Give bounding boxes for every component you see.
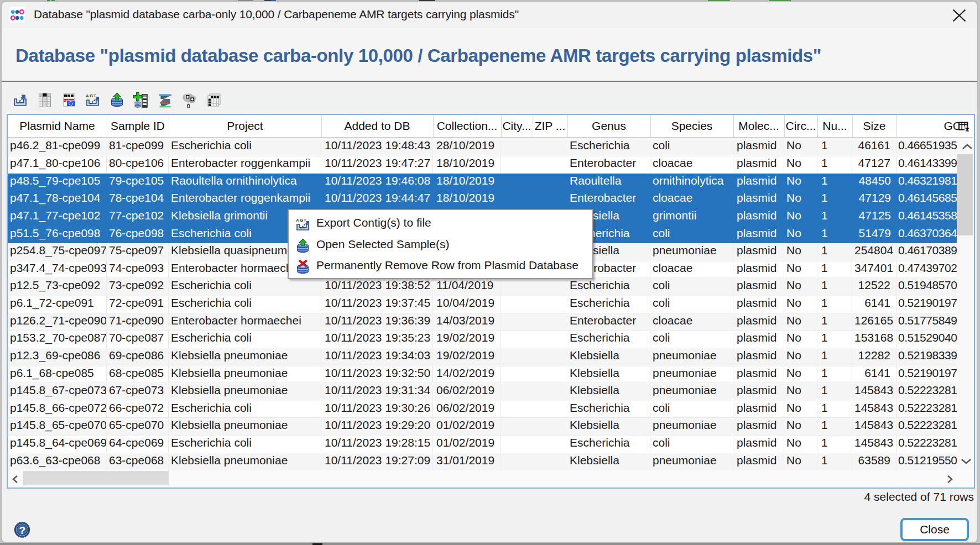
svg-text:T: T: [304, 218, 306, 223]
svg-text:?: ?: [19, 525, 25, 536]
svg-text:A: A: [296, 218, 299, 223]
svg-text:G: G: [300, 218, 303, 223]
svg-text:G: G: [90, 93, 93, 98]
svg-text:A: A: [86, 93, 89, 98]
svg-text:T: T: [93, 93, 96, 98]
